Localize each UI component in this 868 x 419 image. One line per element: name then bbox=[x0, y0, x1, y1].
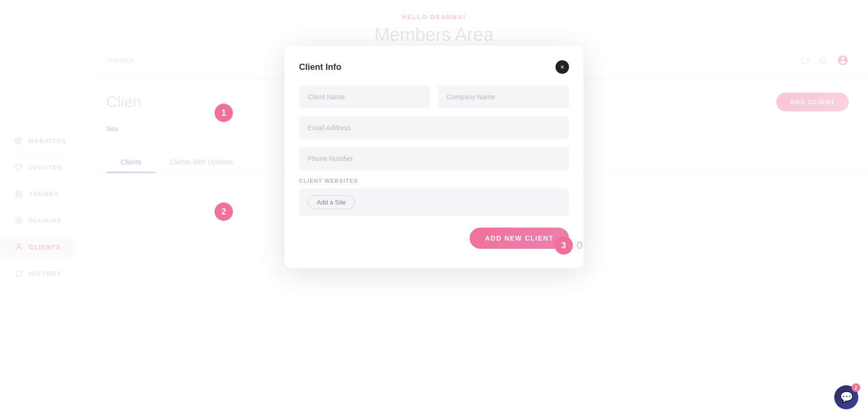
step-3-count: 0 bbox=[577, 239, 583, 252]
websites-label: CLIENT WEBSITES bbox=[299, 178, 569, 184]
modal-close-button[interactable]: × bbox=[556, 60, 569, 74]
websites-section: CLIENT WEBSITES Add a Site bbox=[299, 178, 569, 216]
step-badge-3: 3 bbox=[555, 236, 573, 255]
chat-icon: 💬 bbox=[840, 391, 853, 404]
company-name-input[interactable] bbox=[438, 85, 569, 108]
step-badge-2: 2 bbox=[215, 203, 233, 221]
email-input[interactable] bbox=[299, 116, 569, 139]
form-row-email bbox=[299, 116, 569, 139]
modal-title: Client Info bbox=[299, 62, 341, 72]
modal: Client Info × CLIENT WEBSITES Add a Site… bbox=[285, 46, 583, 268]
phone-input[interactable] bbox=[299, 147, 569, 170]
modal-header: Client Info × bbox=[299, 60, 569, 74]
form-row-phone bbox=[299, 147, 569, 170]
chat-bubble[interactable]: 💬 2 bbox=[834, 385, 858, 409]
add-site-button[interactable]: Add a Site bbox=[308, 195, 355, 209]
chat-badge: 2 bbox=[852, 383, 860, 392]
step-badge-1: 1 bbox=[215, 104, 233, 122]
client-name-input[interactable] bbox=[299, 85, 430, 108]
websites-area: Add a Site bbox=[299, 189, 569, 216]
form-row-name bbox=[299, 85, 569, 108]
